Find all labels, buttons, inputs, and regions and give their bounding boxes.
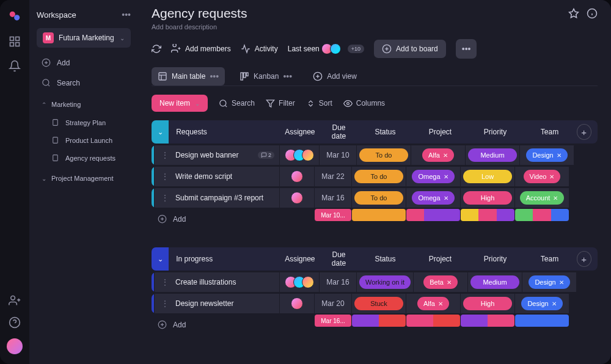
sidebar-section-marketing[interactable]: ⌃ Marketing <box>37 96 131 112</box>
new-item-button[interactable]: New item ⌄ <box>152 95 208 112</box>
remove-icon[interactable]: ✕ <box>552 300 557 307</box>
workspace-menu-icon[interactable]: ••• <box>122 10 131 20</box>
sort-control[interactable]: Sort <box>306 99 332 108</box>
cell-priority[interactable]: Medium <box>468 272 522 292</box>
table-row[interactable]: ⋮ Write demo script Mar 22 To do Omega✕ … <box>152 167 598 186</box>
cell-team[interactable]: Account✕ <box>515 188 569 208</box>
add-user-icon[interactable] <box>9 294 21 307</box>
remove-icon[interactable]: ✕ <box>444 195 448 202</box>
cell-due[interactable]: Mar 10 <box>320 145 356 165</box>
col-team[interactable]: Team <box>523 255 577 263</box>
last-seen[interactable]: Last seen +10 <box>288 43 364 54</box>
col-team[interactable]: Team <box>523 128 577 136</box>
add-row-button[interactable]: Add <box>152 315 274 335</box>
remove-icon[interactable]: ✕ <box>443 152 448 159</box>
cell-assignee[interactable] <box>280 145 319 165</box>
cell-project[interactable]: Alfa✕ <box>411 145 465 165</box>
cell-project[interactable]: Omega✕ <box>406 167 460 186</box>
drag-handle-icon[interactable]: ⋮ <box>161 193 169 203</box>
drag-handle-icon[interactable]: ⋮ <box>161 299 169 308</box>
cell-name[interactable]: ⋮ Create illustrations <box>155 272 279 292</box>
drag-handle-icon[interactable]: ⋮ <box>161 277 169 287</box>
tab-menu-icon[interactable]: ••• <box>283 71 292 81</box>
tab-kanban[interactable]: Kanban ••• <box>233 67 298 86</box>
grid-icon[interactable] <box>9 35 21 48</box>
add-to-board-button[interactable]: Add to board <box>374 40 446 58</box>
cell-project[interactable]: Omega✕ <box>406 188 460 208</box>
cell-team[interactable]: Video✕ <box>515 167 569 186</box>
cell-assignee[interactable] <box>280 272 319 292</box>
table-row[interactable]: ⋮ Submit campaign #3 report Mar 16 To do… <box>152 188 598 208</box>
add-column-button[interactable]: + <box>577 124 592 140</box>
sidebar-item-agency-requests[interactable]: Agency requests <box>37 150 131 166</box>
cell-due[interactable]: Mar 22 <box>315 167 351 186</box>
sidebar-section-project-mgmt[interactable]: ⌄ Project Management <box>37 170 131 186</box>
group-collapse-toggle[interactable]: ⌄ <box>152 120 169 144</box>
cell-status[interactable]: To do <box>352 188 406 208</box>
add-members-button[interactable]: Add members <box>171 44 231 54</box>
col-priority[interactable]: Priority <box>468 255 523 263</box>
cell-status[interactable]: Working on it <box>357 272 413 292</box>
cell-status[interactable]: To do <box>357 145 411 165</box>
cell-name[interactable]: ⋮ Design newsletter <box>155 294 279 313</box>
search-control[interactable]: Search <box>219 99 255 108</box>
cell-due[interactable]: Mar 16 <box>315 188 351 208</box>
cell-priority[interactable]: Medium <box>466 145 519 165</box>
cell-name[interactable]: ⋮ Design web banner 2 <box>155 145 279 165</box>
table-row[interactable]: ⋮ Design newsletter Mar 20 Stuck Alfa✕ H… <box>152 294 598 313</box>
cell-assignee[interactable] <box>280 294 314 313</box>
remove-icon[interactable]: ✕ <box>557 152 562 159</box>
star-icon[interactable] <box>568 8 579 19</box>
add-view-button[interactable]: Add view <box>307 67 363 86</box>
tab-menu-icon[interactable]: ••• <box>210 71 219 81</box>
cell-status[interactable]: Stuck <box>352 294 406 313</box>
cell-due[interactable]: Mar 16 <box>320 272 356 292</box>
remove-icon[interactable]: ✕ <box>444 173 448 180</box>
sidebar-search[interactable]: Search <box>37 74 131 92</box>
cell-assignee[interactable] <box>280 167 314 186</box>
remove-icon[interactable]: ✕ <box>549 173 554 180</box>
col-project[interactable]: Project <box>413 255 468 263</box>
cell-due[interactable]: Mar 20 <box>315 294 351 313</box>
col-assignee[interactable]: Assignee <box>280 128 320 136</box>
sidebar-item-product-launch[interactable]: Product Launch <box>37 133 131 148</box>
sidebar-add[interactable]: Add <box>37 54 131 71</box>
more-icon[interactable]: ••• <box>456 39 477 59</box>
refresh-icon[interactable] <box>152 44 161 54</box>
activity-button[interactable]: Activity <box>241 44 278 54</box>
col-due[interactable]: Due date <box>320 123 358 140</box>
cell-assignee[interactable] <box>280 188 314 208</box>
add-column-button[interactable]: + <box>577 251 592 267</box>
table-row[interactable]: ⋮ Create illustrations Mar 16 Working on… <box>152 272 598 292</box>
cell-project[interactable]: Beta✕ <box>414 272 467 292</box>
columns-control[interactable]: Columns <box>343 99 385 108</box>
add-row-button[interactable]: Add <box>152 209 274 229</box>
workspace-selector[interactable]: M Futura Marketing ⌄ <box>37 28 131 48</box>
help-icon[interactable] <box>9 316 21 329</box>
col-name[interactable]: Requests <box>169 128 280 136</box>
col-status[interactable]: Status <box>358 128 413 136</box>
cell-status[interactable]: To do <box>352 167 406 186</box>
cell-name[interactable]: ⋮ Submit campaign #3 report <box>155 188 279 208</box>
filter-control[interactable]: Filter <box>266 99 295 108</box>
info-icon[interactable] <box>587 8 598 19</box>
col-name[interactable]: In progress <box>169 255 280 263</box>
col-due[interactable]: Due date <box>320 250 358 268</box>
remove-icon[interactable]: ✕ <box>438 300 443 307</box>
cell-name[interactable]: ⋮ Write demo script <box>155 167 279 186</box>
col-assignee[interactable]: Assignee <box>280 255 320 263</box>
user-avatar[interactable] <box>7 338 23 354</box>
cell-team[interactable]: Design✕ <box>520 145 574 165</box>
cell-priority[interactable]: High <box>461 188 514 208</box>
board-description[interactable]: Add board description <box>152 23 598 31</box>
drag-handle-icon[interactable]: ⋮ <box>161 150 169 160</box>
col-priority[interactable]: Priority <box>468 128 523 136</box>
remove-icon[interactable]: ✕ <box>559 279 564 286</box>
cell-priority[interactable]: Low <box>461 167 514 186</box>
comment-count[interactable]: 2 <box>258 151 274 159</box>
cell-priority[interactable]: High <box>461 294 514 313</box>
group-collapse-toggle[interactable]: ⌄ <box>152 247 169 271</box>
bell-icon[interactable] <box>9 60 21 72</box>
cell-team[interactable]: Design✕ <box>515 294 569 313</box>
cell-project[interactable]: Alfa✕ <box>406 294 460 313</box>
